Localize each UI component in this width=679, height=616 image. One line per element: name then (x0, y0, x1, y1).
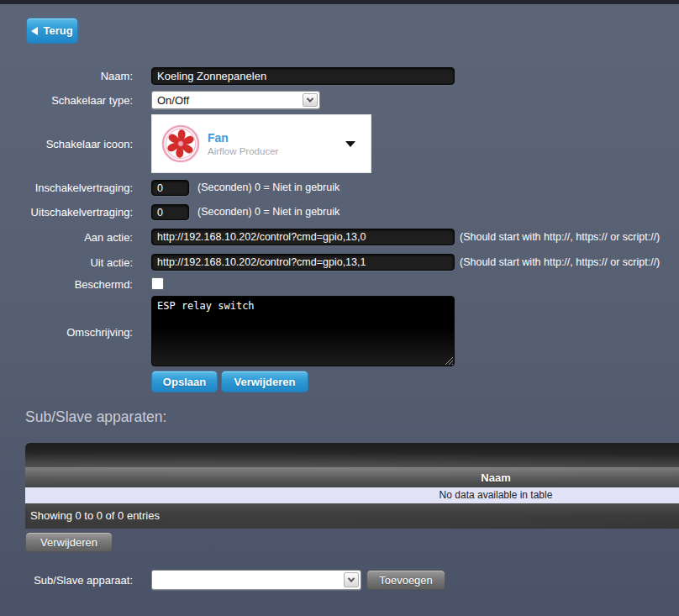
subdevice-select-control[interactable] (152, 571, 361, 589)
schakelaar-icoon-label: Schakelaar icoon: (0, 138, 133, 150)
save-button-label: Opslaan (163, 376, 206, 388)
schakelaar-type-select-control[interactable]: On/Off (152, 92, 319, 108)
subdevices-heading: Sub/Slave apparaten: (25, 408, 166, 426)
beschermd-checkbox[interactable] (151, 277, 164, 290)
delete-subdevice-button-label: Verwijderen (40, 536, 97, 549)
left-arrow-icon (31, 27, 38, 35)
subdevice-select[interactable] (151, 570, 361, 590)
uit-actie-hint: (Should start with http://, https:// or … (460, 256, 660, 268)
aan-actie-hint: (Should start with http://, https:// or … (460, 231, 660, 243)
fan-icon (161, 124, 201, 164)
device-edit-page: Terug Naam: Schakelaar type: On/Off Scha… (0, 0, 679, 616)
uitschakelvertraging-label: Uitschakelvertraging: (0, 206, 133, 218)
inschakelvertraging-input[interactable] (151, 180, 189, 196)
subdevices-table-toolbar (25, 443, 679, 467)
omschrijving-textarea[interactable]: ESP relay switch (151, 296, 455, 366)
subdevices-table-empty-row: No data available in table (25, 487, 679, 503)
add-subdevice-button-label: Toevoegen (379, 574, 433, 587)
uitschakelvertraging-hint: (Seconden) 0 = Niet in gebruik (197, 206, 340, 218)
subdevice-select-label: Sub/Slave apparaat: (0, 574, 133, 587)
schakelaar-type-label: Schakelaar type: (0, 94, 133, 107)
aan-actie-label: Aan actie: (0, 231, 133, 244)
top-bar (0, 0, 679, 4)
aan-actie-input[interactable] (151, 229, 455, 245)
icon-picker-texts: Fan Airflow Producer (208, 131, 278, 156)
delete-device-button[interactable]: Verwijderen (221, 371, 308, 392)
back-button[interactable]: Terug (26, 18, 78, 44)
naam-input[interactable] (151, 67, 455, 85)
resize-grip-icon[interactable] (444, 355, 453, 365)
add-subdevice-button[interactable]: Toevoegen (366, 570, 445, 590)
icon-name: Fan (208, 131, 278, 145)
omschrijving-field: ESP relay switch (151, 296, 455, 366)
naam-label: Naam: (0, 70, 133, 82)
caret-down-icon (345, 141, 355, 147)
icon-picker-dropdown[interactable]: Fan Airflow Producer (151, 114, 371, 173)
subdevices-table: Naam No data available in table Showing … (25, 443, 679, 529)
back-button-label: Terug (43, 24, 72, 37)
delete-subdevice-button[interactable]: Verwijderen (25, 532, 113, 552)
subdevices-table-header-naam[interactable]: Naam (25, 467, 679, 487)
inschakelvertraging-hint: (Seconden) 0 = Niet in gebruik (197, 182, 340, 193)
inschakelvertraging-label: Inschakelvertraging: (0, 182, 133, 194)
save-button[interactable]: Opslaan (151, 371, 218, 392)
uitschakelvertraging-input[interactable] (151, 204, 189, 220)
icon-description: Airflow Producer (208, 146, 278, 156)
omschrijving-label: Omschrijving: (0, 326, 133, 339)
schakelaar-type-select[interactable]: On/Off (151, 91, 320, 109)
uit-actie-input[interactable] (151, 254, 455, 271)
beschermd-label: Beschermd: (0, 278, 133, 291)
uit-actie-label: Uit actie: (0, 256, 133, 269)
subdevices-table-info: Showing 0 to 0 of 0 entries (25, 503, 679, 529)
delete-device-button-label: Verwijderen (234, 376, 296, 388)
